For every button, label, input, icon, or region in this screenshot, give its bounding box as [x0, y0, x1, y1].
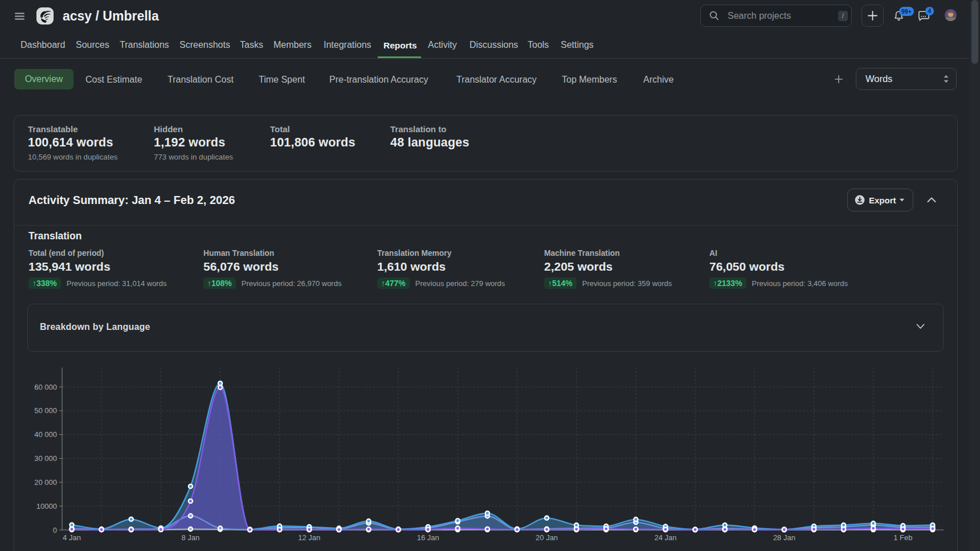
svg-text:4 Jan: 4 Jan — [63, 533, 81, 542]
svg-text:30 000: 30 000 — [34, 454, 57, 463]
svg-text:60 000: 60 000 — [34, 383, 57, 391]
svg-text:50 000: 50 000 — [34, 406, 57, 415]
svg-text:28 Jan: 28 Jan — [773, 533, 795, 542]
svg-text:0: 0 — [53, 526, 57, 534]
svg-text:1 Feb: 1 Feb — [893, 533, 912, 542]
svg-text:20 Jan: 20 Jan — [536, 533, 558, 542]
svg-text:20 000: 20 000 — [34, 478, 57, 487]
svg-text:24 Jan: 24 Jan — [654, 533, 676, 542]
svg-text:8 Jan: 8 Jan — [181, 533, 199, 542]
svg-text:12 Jan: 12 Jan — [298, 533, 320, 542]
svg-text:40 000: 40 000 — [34, 430, 57, 439]
svg-text:10000: 10000 — [36, 502, 57, 511]
svg-text:16 Jan: 16 Jan — [417, 533, 439, 542]
